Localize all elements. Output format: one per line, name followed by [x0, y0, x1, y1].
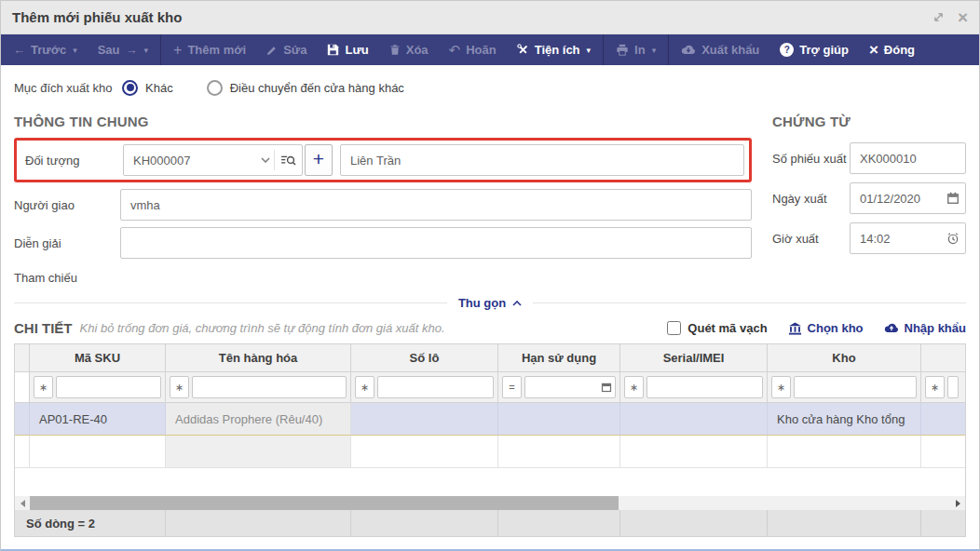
document-section-title: CHỨNG TỪ	[772, 114, 966, 129]
radio-option-khac[interactable]: Khác	[122, 80, 173, 96]
cell-serial[interactable]	[620, 403, 768, 436]
filter-lot-input[interactable]	[377, 376, 494, 398]
barcode-checkbox-input[interactable]	[667, 321, 681, 335]
filter-operator-button[interactable]: ∗	[624, 376, 644, 398]
column-header-sku[interactable]: Mã SKU	[30, 344, 166, 372]
general-info-section: THÔNG TIN CHUNG Đối tượng KH000007 +	[14, 114, 752, 285]
column-header-lot[interactable]: Số lô	[351, 344, 498, 372]
cloud-upload-icon	[884, 322, 899, 334]
footer-cell	[768, 510, 921, 536]
undo-button[interactable]: ↶ Hoãn	[439, 34, 507, 65]
filter-expiry: =	[498, 372, 620, 403]
caret-down-icon: ▾	[73, 46, 77, 55]
calendar-icon[interactable]	[601, 382, 612, 393]
filter-operator-button[interactable]: ∗	[771, 376, 791, 398]
add-new-button[interactable]: + Thêm mới	[163, 34, 256, 65]
printer-icon	[616, 44, 629, 56]
add-customer-button[interactable]: +	[305, 144, 333, 176]
expand-icon[interactable]	[932, 11, 945, 23]
cloud-download-icon	[681, 44, 696, 56]
radio-option-dieu-chuyen[interactable]: Điều chuyển đến cửa hàng khác	[207, 80, 404, 96]
close-button[interactable]: × Đóng	[859, 34, 925, 65]
cell-expiry[interactable]	[498, 436, 620, 468]
purpose-label: Mục đích xuất kho	[14, 81, 122, 95]
close-icon[interactable]: ×	[958, 8, 968, 26]
column-header-serial[interactable]: Serial/IMEI	[620, 344, 768, 372]
print-label: In	[634, 43, 646, 57]
dien-giai-label: Diễn giải	[14, 236, 120, 250]
import-button[interactable]: Nhập khẩu	[884, 321, 966, 335]
choose-warehouse-label: Chọn kho	[808, 321, 864, 335]
cell-lot[interactable]	[351, 403, 498, 436]
warehouse-bank-icon	[788, 322, 802, 335]
cell-expiry[interactable]	[498, 403, 620, 436]
table-row[interactable]: AP01-RE-40 Addidas Prophere (Rêu/40) Kho…	[15, 403, 965, 436]
column-header-name[interactable]: Tên hàng hóa	[166, 344, 351, 372]
cell-sku[interactable]	[30, 436, 166, 468]
ngay-xuat-row: Ngày xuất	[772, 182, 966, 214]
filter-operator-button[interactable]: ∗	[170, 376, 189, 398]
cell-kho[interactable]: Kho cửa hàng Kho tổng	[768, 403, 921, 436]
gutter-filter	[15, 372, 30, 403]
cell-kho[interactable]	[768, 436, 921, 468]
filter-sku-input[interactable]	[56, 376, 161, 398]
column-header-kho[interactable]: Kho	[768, 344, 921, 372]
export-button[interactable]: Xuất khẩu	[671, 34, 769, 65]
save-button[interactable]: Lưu	[317, 34, 378, 65]
utilities-button[interactable]: Tiện ích ▾	[507, 34, 601, 65]
clock-icon[interactable]	[946, 232, 960, 245]
scroll-left-button[interactable]	[15, 496, 30, 510]
scrollbar-track[interactable]	[619, 496, 950, 510]
help-button[interactable]: ? Trợ giúp	[769, 34, 859, 65]
trash-icon	[389, 44, 401, 56]
toolbar-divider	[603, 34, 604, 65]
import-label: Nhập khẩu	[905, 321, 966, 335]
gio-xuat-label: Giờ xuất	[772, 232, 850, 246]
cell-lot[interactable]	[351, 436, 498, 468]
next-label: Sau	[98, 43, 120, 57]
edit-button[interactable]: Sửa	[256, 34, 317, 65]
filter-serial-input[interactable]	[647, 376, 763, 398]
customer-code-combobox[interactable]: KH000007	[123, 144, 303, 176]
save-label: Lưu	[345, 43, 368, 57]
collapse-toggle[interactable]: Thu gọn	[447, 296, 533, 310]
customer-name-input[interactable]	[340, 144, 744, 176]
delete-button[interactable]: Xóa	[379, 34, 439, 65]
detail-hint: Khi bỏ trống đơn giá, chương trình sẽ tự…	[80, 321, 668, 335]
triangle-right-icon	[956, 500, 960, 507]
cell-sku[interactable]: AP01-RE-40	[30, 403, 166, 436]
filter-operator-button[interactable]: ∗	[925, 376, 945, 398]
choose-warehouse-button[interactable]: Chọn kho	[788, 321, 864, 335]
slip-number-input[interactable]	[850, 142, 966, 174]
horizontal-scrollbar[interactable]	[14, 496, 966, 510]
table-row[interactable]	[15, 436, 965, 468]
radio-selected-icon[interactable]	[122, 80, 138, 96]
filter-name-input[interactable]	[192, 376, 347, 398]
footer-cell	[166, 510, 351, 536]
scrollbar-thumb[interactable]	[30, 496, 619, 510]
detail-header: CHI TIẾT Khi bỏ trống đơn giá, chương tr…	[14, 320, 966, 336]
search-list-icon[interactable]	[275, 155, 302, 167]
deliverer-input[interactable]	[120, 189, 752, 221]
print-button[interactable]: In ▾	[606, 34, 666, 65]
filter-sku: ∗	[30, 372, 166, 403]
add-new-label: Thêm mới	[187, 43, 246, 57]
chevron-down-icon[interactable]	[257, 157, 274, 163]
filter-operator-button[interactable]: =	[502, 376, 522, 398]
prev-button[interactable]: ← Trước ▾	[3, 34, 88, 65]
scroll-right-button[interactable]	[950, 496, 965, 510]
barcode-scan-checkbox[interactable]: Quét mã vạch	[667, 321, 767, 335]
radio-unselected-icon[interactable]	[207, 80, 223, 96]
column-header-expiry[interactable]: Hạn sử dụng	[498, 344, 620, 372]
filter-partial-input[interactable]	[947, 376, 959, 398]
grid-filter-row: ∗ ∗ ∗ =	[15, 372, 965, 403]
filter-kho-input[interactable]	[794, 376, 917, 398]
description-input[interactable]	[120, 227, 752, 259]
filter-operator-button[interactable]: ∗	[34, 376, 53, 398]
caret-down-icon: ▾	[144, 46, 149, 55]
filter-operator-button[interactable]: ∗	[355, 376, 374, 398]
calendar-icon[interactable]	[946, 192, 960, 205]
dialog-content: Mục đích xuất kho Khác Điều chuyển đến c…	[1, 65, 979, 549]
cell-serial[interactable]	[620, 436, 768, 468]
next-button[interactable]: Sau → ▾	[88, 34, 158, 65]
